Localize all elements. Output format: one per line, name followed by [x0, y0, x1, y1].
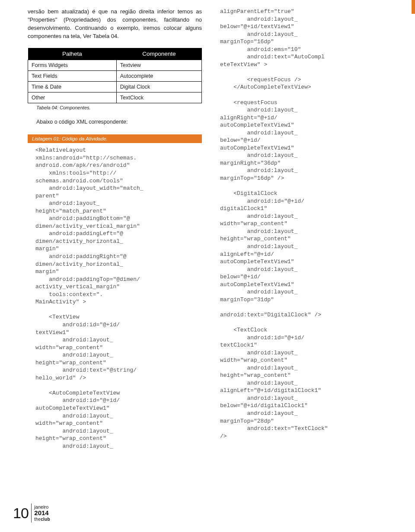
code-block-left: <RelativeLayout xmlns:android="http://sc…	[35, 147, 202, 450]
table-cell-palheta: Text Fields	[28, 71, 117, 82]
footer-brand: theclub	[34, 517, 50, 522]
table-cell-palheta: Other	[28, 92, 117, 103]
page-side-tab	[412, 0, 415, 14]
table-row: Text Fields Autocomplete	[28, 71, 202, 82]
footer-year: 2014	[34, 510, 50, 517]
page-number: 10	[13, 506, 29, 520]
table-header-row: Palheta Componente	[28, 48, 202, 60]
table-row: Other TextClock	[28, 92, 202, 103]
table-row: Forms Widgets Textview	[28, 60, 202, 71]
table-cell-componente: Textview	[116, 60, 201, 71]
table-cell-componente: Autocomplete	[116, 71, 201, 82]
table-cell-componente: Digital Clock	[116, 82, 201, 92]
table-header-componente: Componente	[116, 48, 201, 60]
footer-divider	[31, 503, 32, 522]
table-row: Time & Date Digital Clock	[28, 82, 202, 92]
intro-paragraph: versão bem atualizada) é que na região d…	[28, 8, 202, 40]
right-column: alignParentLeft="true" android:layout_ b…	[220, 8, 394, 450]
xml-lead-text: Abaixo o código XML correspondente:	[36, 119, 202, 125]
table-header-palheta: Palheta	[28, 48, 117, 60]
code-block-right: alignParentLeft="true" android:layout_ b…	[220, 8, 394, 440]
footer-brand-suffix: club	[41, 517, 50, 522]
table-caption: Tabela 04: Componentes.	[36, 105, 202, 110]
listing-header-bar: Listagem 01: Código da Atividade.	[28, 134, 202, 143]
page: versão bem atualizada) é que na região d…	[0, 0, 415, 532]
footer-brand-prefix: the	[34, 517, 41, 522]
left-column: versão bem atualizada) é que na região d…	[28, 8, 202, 450]
page-footer: 10 janeiro 2014 theclub	[13, 503, 50, 522]
table-cell-palheta: Time & Date	[28, 82, 117, 92]
footer-text-block: janeiro 2014 theclub	[34, 504, 50, 522]
components-table: Palheta Componente Forms Widgets Textvie…	[28, 48, 202, 103]
table-cell-palheta: Forms Widgets	[28, 60, 117, 71]
table-cell-componente: TextClock	[116, 92, 201, 103]
two-column-layout: versão bem atualizada) é que na região d…	[28, 8, 394, 450]
